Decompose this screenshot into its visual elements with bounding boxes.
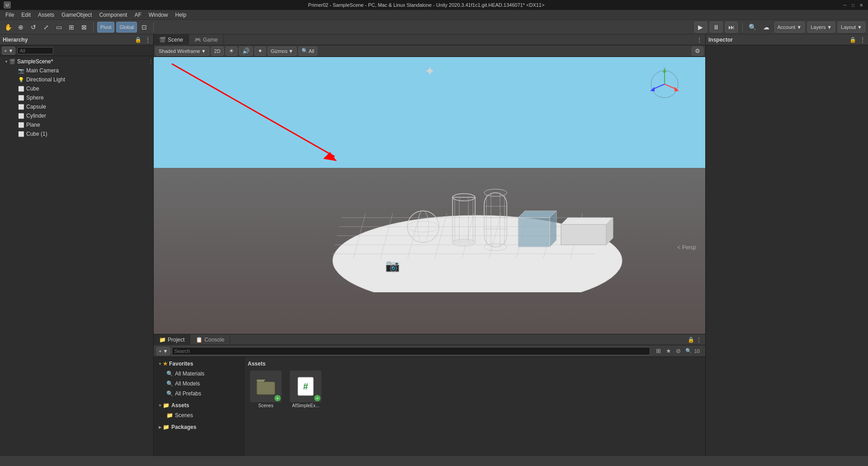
rotate-tool-button[interactable]: ↺ — [28, 22, 39, 33]
rect-tool-button[interactable]: ▭ — [53, 22, 64, 33]
lighting-button[interactable]: ☀ — [226, 47, 237, 56]
menu-edit[interactable]: Edit — [18, 11, 34, 19]
inspector-menu-icon[interactable]: ⋮ — [860, 37, 865, 43]
cube1-icon-hier: ⬜ — [18, 131, 24, 137]
hierarchy-item-cube1[interactable]: ⬜ Cube (1) — [0, 129, 153, 138]
gizmos-button[interactable]: Gizmos ▼ — [268, 47, 297, 56]
2d-button[interactable]: 2D — [211, 47, 224, 56]
search-icon[interactable]: 🔍 — [747, 22, 758, 33]
scene-viewport[interactable]: ✦ — [154, 57, 705, 334]
hierarchy-search-input[interactable] — [17, 47, 53, 54]
camera-icon-hier: 📷 — [18, 68, 24, 74]
2d-label: 2D — [214, 48, 221, 54]
hierarchy-item-sphere[interactable]: ⬜ Sphere — [0, 93, 153, 102]
hierarchy-item-cylinder[interactable]: ⬜ Cylinder — [0, 111, 153, 120]
global-button[interactable]: Global — [116, 22, 137, 33]
audio-button[interactable]: 🔊 — [239, 47, 253, 56]
hierarchy-item-capsule[interactable]: ⬜ Capsule — [0, 102, 153, 111]
sphere-icon-hier: ⬜ — [18, 95, 24, 101]
svg-marker-52 — [257, 380, 265, 382]
packages-folder-icon: 📁 — [163, 424, 170, 430]
project-content: Assets + Scenes — [244, 357, 705, 456]
hierarchy-add-button[interactable]: + ▼ — [2, 47, 15, 55]
hierarchy-scene-label: SampleScene* — [17, 58, 53, 65]
packages-arrow: ▶ — [157, 425, 163, 429]
minimize-button[interactable]: ─ — [842, 2, 848, 8]
layout-button[interactable]: Layout ▼ — [838, 22, 865, 33]
menu-af[interactable]: AF — [131, 11, 145, 19]
close-button[interactable]: ✕ — [858, 2, 864, 8]
hierarchy-menu-icon[interactable]: ⋮ — [145, 37, 151, 43]
project-search-input[interactable] — [172, 347, 650, 355]
game-tab-icon: 🎮 — [194, 37, 201, 43]
snap-button[interactable]: ⊡ — [139, 22, 150, 33]
project-star-icon[interactable]: ★ — [665, 347, 673, 355]
project-grid-icon[interactable]: ⊞ — [655, 347, 663, 355]
hierarchy-item-dir-light[interactable]: 💡 Directional Light — [0, 75, 153, 84]
all-button[interactable]: 🔍 All — [298, 47, 317, 56]
bottom-content: ▼ ★ Favorites 🔍 All Materials 🔍 All Mode… — [154, 357, 705, 456]
menu-assets[interactable]: Assets — [34, 11, 58, 19]
pause-button[interactable]: ⏸ — [710, 22, 722, 33]
scenes-folder-sidebar[interactable]: 📁 Scenes — [154, 410, 244, 420]
bottom-lock-icon[interactable]: 🔒 — [688, 337, 694, 343]
scale-tool-button[interactable]: ⤢ — [41, 22, 52, 33]
asset-grid: + Scenes # + — [248, 371, 702, 408]
scene-settings-button[interactable]: ⚙ — [692, 47, 703, 56]
tab-project[interactable]: 📁 Project — [154, 334, 190, 345]
transform-tool-button[interactable]: ⊞ — [66, 22, 77, 33]
scene-canvas: ✦ — [154, 57, 705, 334]
tab-scene[interactable]: 🎬 Scene — [154, 34, 189, 45]
all-prefabs-folder[interactable]: 🔍 All Prefabs — [154, 389, 244, 399]
menu-window[interactable]: Window — [145, 11, 172, 19]
hierarchy-item-cube[interactable]: ⬜ Cube — [0, 84, 153, 93]
hierarchy-item-plane[interactable]: ⬜ Plane — [0, 120, 153, 129]
packages-label: Packages — [171, 424, 196, 430]
tab-game[interactable]: 🎮 Game — [189, 34, 224, 45]
step-button[interactable]: ⏭ — [725, 22, 738, 33]
bottom-menu-icon[interactable]: ⋮ — [696, 337, 702, 343]
inspector-lock-icon[interactable]: 🔒 — [849, 37, 856, 43]
packages-section[interactable]: ▶ 📁 Packages — [154, 422, 244, 432]
move-tool-button[interactable]: ⊕ — [15, 22, 26, 33]
pivot-button[interactable]: Pivot — [97, 22, 114, 33]
cloud-icon[interactable]: ☁ — [761, 22, 772, 33]
play-button[interactable]: ▶ — [694, 22, 707, 33]
shading-mode-button[interactable]: Shaded Wireframe ▼ — [156, 47, 209, 56]
project-filter-icon[interactable]: ⊘ — [675, 347, 683, 355]
tab-console[interactable]: 📋 Console — [190, 334, 230, 345]
script-icon-svg: # — [294, 375, 317, 398]
project-add-button[interactable]: + ▼ — [156, 347, 170, 355]
hierarchy-item-main-camera[interactable]: 📷 Main Camera — [0, 66, 153, 75]
favorites-section[interactable]: ▼ ★ Favorites — [154, 359, 244, 369]
all-models-folder[interactable]: 🔍 All Models — [154, 379, 244, 389]
afsimpleex-asset-item[interactable]: # + AfSimpleEx... — [288, 371, 324, 408]
account-button[interactable]: Account ▼ — [774, 22, 805, 33]
afsimpleex-add-btn[interactable]: + — [314, 395, 321, 401]
hierarchy-scene-menu[interactable]: ⋮ — [148, 59, 153, 65]
search-icon-prefabs: 🔍 — [166, 390, 173, 397]
maximize-button[interactable]: □ — [850, 2, 856, 8]
project-count-value: 10 — [694, 348, 700, 354]
assets-section[interactable]: ▼ 📁 Assets — [154, 400, 244, 410]
scenes-asset-item[interactable]: + Scenes — [248, 371, 284, 408]
hierarchy-header: Hierarchy 🔒 ⋮ — [0, 34, 153, 45]
effects-button[interactable]: ✦ — [255, 47, 266, 56]
custom-tool-button[interactable]: ⊠ — [79, 22, 90, 33]
search-all-icon: 🔍 — [302, 48, 308, 54]
menu-file[interactable]: File — [2, 11, 18, 19]
inspector-header: Inspector 🔒 ⋮ — [706, 34, 868, 45]
menu-help[interactable]: Help — [171, 11, 190, 19]
scene-tab-menu-icon[interactable]: ⋮ — [696, 36, 703, 43]
hierarchy-item-scene[interactable]: ▼ 🎬 SampleScene* ⋮ — [0, 57, 153, 66]
layers-button[interactable]: Layers ▼ — [807, 22, 835, 33]
center-panel: 🎬 Scene 🎮 Game ⋮ Shaded Wireframe ▼ 2D ☀… — [154, 34, 705, 456]
menu-gameobject[interactable]: GameObject — [58, 11, 95, 19]
hand-tool-button[interactable]: ✋ — [3, 22, 14, 33]
perspective-label: < Persp — [677, 244, 696, 251]
menu-component[interactable]: Component — [95, 11, 131, 19]
all-materials-folder[interactable]: 🔍 All Materials — [154, 369, 244, 379]
window-controls: ─ □ ✕ — [842, 2, 864, 8]
hierarchy-lock-icon[interactable]: 🔒 — [135, 37, 142, 43]
scenes-add-btn[interactable]: + — [274, 395, 281, 401]
